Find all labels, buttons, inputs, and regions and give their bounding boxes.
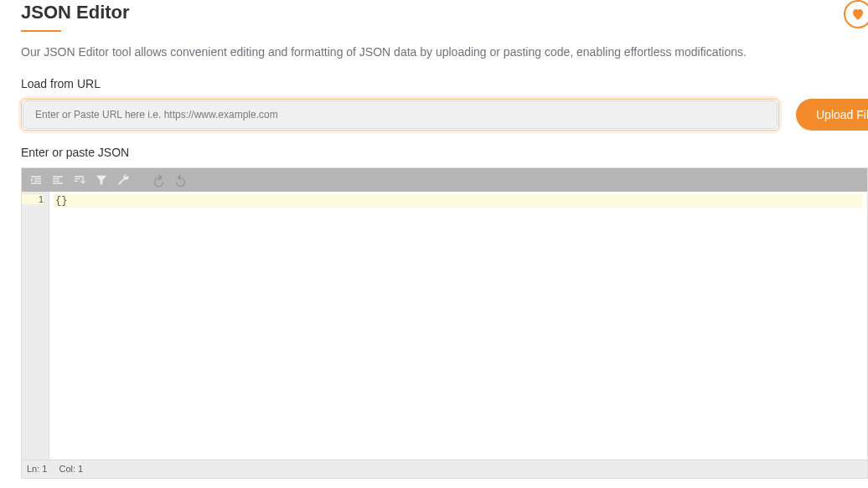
indent-right-icon[interactable] bbox=[28, 172, 44, 187]
editor-text: {} bbox=[54, 194, 863, 208]
filter-icon[interactable] bbox=[94, 172, 109, 187]
indent-left-icon[interactable] bbox=[50, 172, 65, 187]
url-label: Load from URL bbox=[21, 77, 868, 90]
editor-gutter: 1 bbox=[22, 192, 49, 460]
url-input-container bbox=[21, 99, 779, 131]
editor-label: Enter or paste JSON bbox=[21, 146, 868, 159]
undo-icon bbox=[151, 172, 166, 187]
editor-body[interactable]: 1 {} bbox=[22, 192, 867, 460]
status-col: Col: 1 bbox=[59, 464, 83, 475]
sort-icon[interactable] bbox=[72, 172, 87, 187]
page-title: JSON Editor bbox=[21, 0, 130, 30]
json-editor: 1 {} Ln: 1 Col: 1 bbox=[21, 167, 868, 479]
editor-content[interactable]: {} bbox=[49, 192, 867, 460]
title-underline bbox=[21, 30, 61, 32]
url-input[interactable] bbox=[23, 100, 778, 129]
line-number: 1 bbox=[22, 194, 44, 204]
editor-toolbar bbox=[22, 168, 867, 192]
status-line: Ln: 1 bbox=[27, 464, 47, 475]
upload-button-label: Upload File bbox=[816, 108, 868, 121]
upload-file-button[interactable]: Upload File bbox=[796, 99, 868, 131]
favorite-badge[interactable] bbox=[844, 0, 868, 28]
page-description: Our JSON Editor tool allows convenient e… bbox=[21, 45, 868, 59]
editor-statusbar: Ln: 1 Col: 1 bbox=[22, 460, 867, 478]
wrench-icon[interactable] bbox=[116, 172, 131, 187]
redo-icon bbox=[173, 172, 188, 187]
heart-icon bbox=[850, 7, 865, 22]
